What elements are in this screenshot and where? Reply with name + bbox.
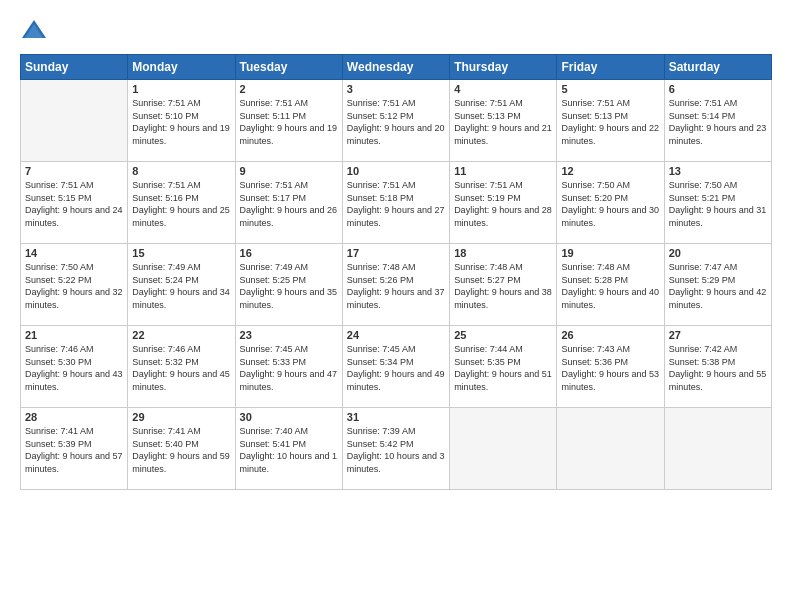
day-info: Sunrise: 7:39 AMSunset: 5:42 PMDaylight:… — [347, 425, 445, 475]
day-header-tuesday: Tuesday — [235, 55, 342, 80]
day-info: Sunrise: 7:50 AMSunset: 5:20 PMDaylight:… — [561, 179, 659, 229]
header — [20, 16, 772, 44]
day-header-friday: Friday — [557, 55, 664, 80]
calendar-cell: 18Sunrise: 7:48 AMSunset: 5:27 PMDayligh… — [450, 244, 557, 326]
calendar-cell: 16Sunrise: 7:49 AMSunset: 5:25 PMDayligh… — [235, 244, 342, 326]
day-info: Sunrise: 7:50 AMSunset: 5:21 PMDaylight:… — [669, 179, 767, 229]
day-info: Sunrise: 7:51 AMSunset: 5:19 PMDaylight:… — [454, 179, 552, 229]
day-number: 29 — [132, 411, 230, 423]
calendar-cell — [664, 408, 771, 490]
day-info: Sunrise: 7:46 AMSunset: 5:30 PMDaylight:… — [25, 343, 123, 393]
day-number: 27 — [669, 329, 767, 341]
calendar-cell: 26Sunrise: 7:43 AMSunset: 5:36 PMDayligh… — [557, 326, 664, 408]
day-info: Sunrise: 7:45 AMSunset: 5:34 PMDaylight:… — [347, 343, 445, 393]
calendar-cell: 3Sunrise: 7:51 AMSunset: 5:12 PMDaylight… — [342, 80, 449, 162]
page: SundayMondayTuesdayWednesdayThursdayFrid… — [0, 0, 792, 612]
day-number: 16 — [240, 247, 338, 259]
day-number: 15 — [132, 247, 230, 259]
day-number: 13 — [669, 165, 767, 177]
calendar-cell: 22Sunrise: 7:46 AMSunset: 5:32 PMDayligh… — [128, 326, 235, 408]
calendar-cell: 8Sunrise: 7:51 AMSunset: 5:16 PMDaylight… — [128, 162, 235, 244]
calendar-cell: 31Sunrise: 7:39 AMSunset: 5:42 PMDayligh… — [342, 408, 449, 490]
calendar-cell: 2Sunrise: 7:51 AMSunset: 5:11 PMDaylight… — [235, 80, 342, 162]
day-info: Sunrise: 7:51 AMSunset: 5:11 PMDaylight:… — [240, 97, 338, 147]
day-info: Sunrise: 7:51 AMSunset: 5:12 PMDaylight:… — [347, 97, 445, 147]
day-info: Sunrise: 7:45 AMSunset: 5:33 PMDaylight:… — [240, 343, 338, 393]
day-header-sunday: Sunday — [21, 55, 128, 80]
calendar-cell: 5Sunrise: 7:51 AMSunset: 5:13 PMDaylight… — [557, 80, 664, 162]
day-number: 7 — [25, 165, 123, 177]
day-info: Sunrise: 7:51 AMSunset: 5:13 PMDaylight:… — [561, 97, 659, 147]
calendar-cell: 15Sunrise: 7:49 AMSunset: 5:24 PMDayligh… — [128, 244, 235, 326]
week-row-5: 28Sunrise: 7:41 AMSunset: 5:39 PMDayligh… — [21, 408, 772, 490]
calendar-cell: 4Sunrise: 7:51 AMSunset: 5:13 PMDaylight… — [450, 80, 557, 162]
calendar-cell: 30Sunrise: 7:40 AMSunset: 5:41 PMDayligh… — [235, 408, 342, 490]
calendar-cell: 29Sunrise: 7:41 AMSunset: 5:40 PMDayligh… — [128, 408, 235, 490]
day-header-saturday: Saturday — [664, 55, 771, 80]
week-row-3: 14Sunrise: 7:50 AMSunset: 5:22 PMDayligh… — [21, 244, 772, 326]
day-number: 6 — [669, 83, 767, 95]
day-info: Sunrise: 7:51 AMSunset: 5:10 PMDaylight:… — [132, 97, 230, 147]
day-number: 17 — [347, 247, 445, 259]
calendar-cell: 14Sunrise: 7:50 AMSunset: 5:22 PMDayligh… — [21, 244, 128, 326]
day-number: 26 — [561, 329, 659, 341]
calendar-cell: 25Sunrise: 7:44 AMSunset: 5:35 PMDayligh… — [450, 326, 557, 408]
day-number: 5 — [561, 83, 659, 95]
calendar-table: SundayMondayTuesdayWednesdayThursdayFrid… — [20, 54, 772, 490]
day-number: 30 — [240, 411, 338, 423]
day-number: 19 — [561, 247, 659, 259]
calendar-cell: 1Sunrise: 7:51 AMSunset: 5:10 PMDaylight… — [128, 80, 235, 162]
calendar-cell: 19Sunrise: 7:48 AMSunset: 5:28 PMDayligh… — [557, 244, 664, 326]
day-number: 20 — [669, 247, 767, 259]
calendar-cell — [21, 80, 128, 162]
calendar-cell — [557, 408, 664, 490]
day-number: 11 — [454, 165, 552, 177]
calendar-cell: 11Sunrise: 7:51 AMSunset: 5:19 PMDayligh… — [450, 162, 557, 244]
day-info: Sunrise: 7:40 AMSunset: 5:41 PMDaylight:… — [240, 425, 338, 475]
day-info: Sunrise: 7:43 AMSunset: 5:36 PMDaylight:… — [561, 343, 659, 393]
day-number: 3 — [347, 83, 445, 95]
calendar-cell: 6Sunrise: 7:51 AMSunset: 5:14 PMDaylight… — [664, 80, 771, 162]
day-number: 14 — [25, 247, 123, 259]
day-info: Sunrise: 7:51 AMSunset: 5:17 PMDaylight:… — [240, 179, 338, 229]
day-number: 10 — [347, 165, 445, 177]
day-info: Sunrise: 7:51 AMSunset: 5:14 PMDaylight:… — [669, 97, 767, 147]
day-info: Sunrise: 7:49 AMSunset: 5:24 PMDaylight:… — [132, 261, 230, 311]
day-info: Sunrise: 7:44 AMSunset: 5:35 PMDaylight:… — [454, 343, 552, 393]
calendar-cell: 23Sunrise: 7:45 AMSunset: 5:33 PMDayligh… — [235, 326, 342, 408]
calendar-cell: 7Sunrise: 7:51 AMSunset: 5:15 PMDaylight… — [21, 162, 128, 244]
calendar-cell: 12Sunrise: 7:50 AMSunset: 5:20 PMDayligh… — [557, 162, 664, 244]
day-number: 18 — [454, 247, 552, 259]
day-number: 1 — [132, 83, 230, 95]
day-info: Sunrise: 7:51 AMSunset: 5:18 PMDaylight:… — [347, 179, 445, 229]
calendar-cell: 9Sunrise: 7:51 AMSunset: 5:17 PMDaylight… — [235, 162, 342, 244]
calendar-cell: 20Sunrise: 7:47 AMSunset: 5:29 PMDayligh… — [664, 244, 771, 326]
day-number: 24 — [347, 329, 445, 341]
day-number: 28 — [25, 411, 123, 423]
day-number: 4 — [454, 83, 552, 95]
day-header-thursday: Thursday — [450, 55, 557, 80]
logo — [20, 16, 52, 44]
week-row-2: 7Sunrise: 7:51 AMSunset: 5:15 PMDaylight… — [21, 162, 772, 244]
calendar-cell: 28Sunrise: 7:41 AMSunset: 5:39 PMDayligh… — [21, 408, 128, 490]
calendar-cell — [450, 408, 557, 490]
logo-icon — [20, 16, 48, 44]
day-number: 2 — [240, 83, 338, 95]
calendar-cell: 21Sunrise: 7:46 AMSunset: 5:30 PMDayligh… — [21, 326, 128, 408]
calendar-cell: 13Sunrise: 7:50 AMSunset: 5:21 PMDayligh… — [664, 162, 771, 244]
day-info: Sunrise: 7:51 AMSunset: 5:16 PMDaylight:… — [132, 179, 230, 229]
day-number: 8 — [132, 165, 230, 177]
day-number: 22 — [132, 329, 230, 341]
day-info: Sunrise: 7:41 AMSunset: 5:39 PMDaylight:… — [25, 425, 123, 475]
day-info: Sunrise: 7:47 AMSunset: 5:29 PMDaylight:… — [669, 261, 767, 311]
calendar-cell: 17Sunrise: 7:48 AMSunset: 5:26 PMDayligh… — [342, 244, 449, 326]
day-info: Sunrise: 7:41 AMSunset: 5:40 PMDaylight:… — [132, 425, 230, 475]
calendar-header-row: SundayMondayTuesdayWednesdayThursdayFrid… — [21, 55, 772, 80]
calendar-cell: 27Sunrise: 7:42 AMSunset: 5:38 PMDayligh… — [664, 326, 771, 408]
day-number: 9 — [240, 165, 338, 177]
day-info: Sunrise: 7:48 AMSunset: 5:27 PMDaylight:… — [454, 261, 552, 311]
calendar-cell: 24Sunrise: 7:45 AMSunset: 5:34 PMDayligh… — [342, 326, 449, 408]
day-header-monday: Monday — [128, 55, 235, 80]
day-info: Sunrise: 7:46 AMSunset: 5:32 PMDaylight:… — [132, 343, 230, 393]
day-info: Sunrise: 7:50 AMSunset: 5:22 PMDaylight:… — [25, 261, 123, 311]
